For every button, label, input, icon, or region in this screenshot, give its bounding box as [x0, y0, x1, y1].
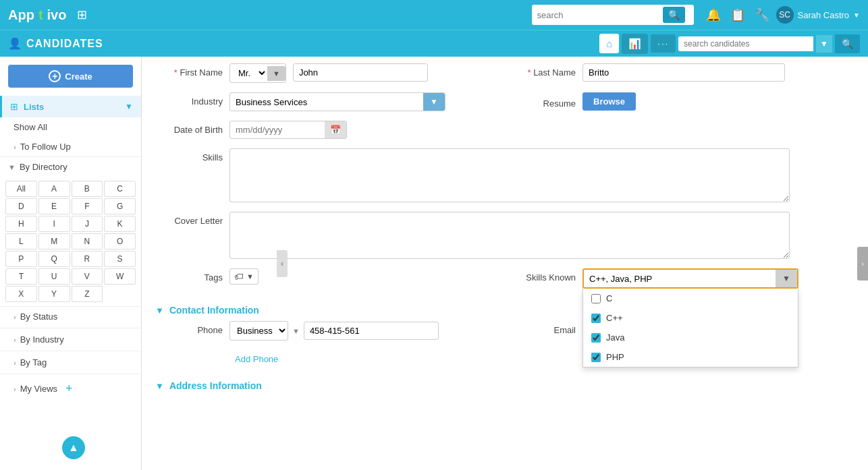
- bell-icon[interactable]: 🔔: [706, 7, 721, 22]
- browse-button[interactable]: Browse: [582, 92, 636, 111]
- module-title: 👤 CANDIDATES: [8, 37, 103, 50]
- tags-control[interactable]: 🏷 ▼: [229, 268, 259, 285]
- dir-btn-m[interactable]: M: [38, 233, 70, 249]
- phone-input-row: Business ▼: [229, 321, 439, 341]
- scroll-right-button[interactable]: ›: [857, 247, 868, 281]
- candidate-search-box[interactable]: [678, 36, 813, 51]
- chart-button[interactable]: 📊: [622, 34, 648, 54]
- dir-btn-e[interactable]: E: [38, 198, 70, 214]
- dob-input-wrap[interactable]: 📅: [229, 121, 347, 139]
- dir-btn-j[interactable]: J: [72, 216, 103, 232]
- search-go-button[interactable]: 🔍: [835, 34, 860, 53]
- sidebar-item-bystatus[interactable]: › By Status: [0, 307, 141, 326]
- tools-icon[interactable]: 🔧: [755, 7, 769, 22]
- skill-checkbox-cpp[interactable]: [591, 314, 601, 323]
- dir-btn-z[interactable]: Z: [72, 286, 103, 302]
- dir-btn-u[interactable]: U: [38, 268, 70, 285]
- lists-header[interactable]: ⊞ Lists ▼: [0, 96, 141, 117]
- industry-dropdown-button[interactable]: ▼: [423, 93, 445, 111]
- dob-input[interactable]: [230, 121, 325, 138]
- skills-label: Skills: [155, 148, 223, 163]
- scroll-to-top-button[interactable]: ▲: [62, 436, 85, 459]
- dir-btn-k[interactable]: K: [104, 216, 136, 232]
- dir-btn-w[interactable]: W: [104, 268, 136, 285]
- app-logo[interactable]: Apptivo: [8, 7, 66, 23]
- add-phone-link[interactable]: Add Phone: [235, 354, 278, 364]
- address-section-heading[interactable]: ▼ Address Information: [155, 374, 855, 396]
- dir-btn-d[interactable]: D: [5, 198, 37, 214]
- dir-btn-x[interactable]: X: [5, 286, 37, 302]
- dir-btn-a[interactable]: A: [38, 181, 70, 197]
- dir-btn-l[interactable]: L: [5, 233, 37, 249]
- industry-select[interactable]: ▼: [229, 92, 445, 111]
- more-options-button[interactable]: ···: [651, 34, 676, 53]
- skills-known-field[interactable]: ▼: [582, 268, 798, 289]
- user-menu[interactable]: SC Sarah Castro ▼: [776, 6, 861, 24]
- dir-btn-r[interactable]: R: [72, 251, 103, 267]
- global-search-input[interactable]: [537, 10, 659, 20]
- dir-btn-v[interactable]: V: [72, 268, 103, 285]
- contact-section-chevron: ▼: [155, 305, 164, 316]
- dir-btn-n[interactable]: N: [72, 233, 103, 249]
- industry-input[interactable]: [230, 94, 423, 111]
- sidebar-collapse-button[interactable]: ‹: [277, 250, 288, 277]
- skills-row: Skills: [155, 148, 855, 202]
- phone-input[interactable]: [304, 322, 439, 340]
- sidebar-item-byindustry[interactable]: › By Industry: [0, 330, 141, 349]
- skill-checkbox-php[interactable]: [591, 353, 601, 362]
- search-dropdown-button[interactable]: ▼: [816, 35, 832, 53]
- dir-btn-h[interactable]: H: [5, 216, 37, 232]
- skill-option-php[interactable]: PHP: [583, 347, 798, 367]
- sidebar-item-tofollowup[interactable]: › To Follow Up: [0, 137, 141, 156]
- skill-checkbox-java[interactable]: [591, 333, 601, 343]
- skill-option-java[interactable]: Java: [583, 328, 798, 347]
- sidebar-item-bytag[interactable]: › By Tag: [0, 353, 141, 372]
- skill-option-c[interactable]: C: [583, 289, 798, 308]
- sidebar-item-showall[interactable]: Show All: [0, 117, 141, 137]
- dir-btn-i[interactable]: I: [38, 216, 70, 232]
- skills-textarea[interactable]: [229, 148, 790, 202]
- add-view-button[interactable]: +: [61, 380, 77, 397]
- candidates-icon: 👤: [8, 37, 22, 50]
- sidebar-item-myviews[interactable]: › My Views +: [0, 376, 141, 402]
- by-directory-header[interactable]: ▼ By Directory: [0, 157, 141, 177]
- title-dropdown-indicator: ▼: [267, 66, 286, 81]
- skill-checkbox-c[interactable]: [591, 294, 601, 303]
- global-search[interactable]: 🔍: [532, 5, 694, 25]
- calendar-button[interactable]: 📅: [325, 121, 346, 138]
- dir-btn-t[interactable]: T: [5, 268, 37, 285]
- dir-btn-all[interactable]: All: [5, 181, 37, 197]
- grid-icon[interactable]: ⊞: [77, 7, 87, 22]
- contacts-icon[interactable]: 📋: [730, 7, 745, 22]
- title-dropdown[interactable]: Mr.: [230, 64, 267, 82]
- phone-type-select[interactable]: Business: [229, 321, 288, 341]
- home-button[interactable]: ⌂: [599, 34, 619, 53]
- address-section-title: Address Information: [169, 380, 262, 391]
- create-button[interactable]: + Create: [8, 65, 133, 88]
- skills-known-dropdown-button[interactable]: ▼: [776, 270, 797, 287]
- top-navigation: Apptivo ⊞ 🔍 🔔 📋 🔧 SC Sarah Castro ▼: [0, 0, 868, 30]
- dir-btn-b[interactable]: B: [72, 181, 103, 197]
- dir-btn-p[interactable]: P: [5, 251, 37, 267]
- tags-label: Tags: [155, 268, 223, 283]
- dir-btn-g[interactable]: G: [104, 198, 136, 214]
- dir-btn-f[interactable]: F: [72, 198, 103, 214]
- candidate-search-input[interactable]: [684, 39, 792, 49]
- last-name-input[interactable]: [582, 63, 785, 82]
- skill-option-cpp[interactable]: C++: [583, 308, 798, 328]
- dir-btn-y[interactable]: Y: [38, 286, 70, 302]
- user-name: Sarah Castro: [798, 10, 850, 20]
- title-select[interactable]: Mr. ▼: [229, 63, 286, 83]
- cover-letter-textarea[interactable]: [229, 212, 790, 259]
- show-all-label: Show All: [13, 122, 47, 132]
- by-tag-label: By Tag: [20, 357, 47, 368]
- dir-btn-q[interactable]: Q: [38, 251, 70, 267]
- skills-known-input[interactable]: [584, 270, 776, 287]
- dir-btn-s[interactable]: S: [104, 251, 136, 267]
- dir-btn-o[interactable]: O: [104, 233, 136, 249]
- plus-circle-icon: +: [49, 70, 61, 82]
- global-search-button[interactable]: 🔍: [663, 7, 685, 23]
- address-section-chevron: ▼: [155, 381, 164, 391]
- dir-btn-c[interactable]: C: [104, 181, 136, 197]
- first-name-input[interactable]: [293, 63, 428, 82]
